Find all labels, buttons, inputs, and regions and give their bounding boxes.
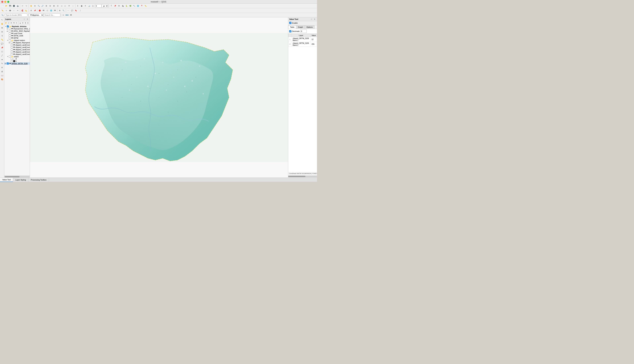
layer-check-clipped-rep[interactable] [11, 42, 13, 44]
layer-item-reprojected[interactable]: ▶ 🗺 Reprojected_HRSL_BGD_Rajshahi_Popula… [4, 28, 30, 30]
label-button[interactable]: A [29, 9, 33, 12]
pin-tool[interactable]: 📌 [0, 46, 4, 50]
layer-item-rajshahi[interactable]: ▼ 📁 Rajshahi_division [4, 25, 30, 28]
plugin1-button[interactable]: 🔴 [38, 9, 42, 12]
zoom-layer-button[interactable]: ⊠ [52, 4, 56, 8]
polygon-tool[interactable]: ⬡ [0, 50, 4, 54]
bottom-tab-layer-styling[interactable]: Layer Styling [13, 178, 29, 182]
move-up-button[interactable]: ▲ [19, 22, 21, 24]
print-tool[interactable]: 🖨 [0, 70, 4, 73]
pin2-button[interactable]: 📌 [33, 9, 37, 12]
vt-expand-button[interactable]: □ [310, 18, 313, 20]
search-input[interactable] [44, 14, 60, 17]
remove-layer-button[interactable]: ✕ [15, 22, 18, 24]
label-tool[interactable]: A [0, 66, 4, 69]
settings-button[interactable]: ⚙ [117, 4, 121, 8]
zoom-full-button[interactable]: ⊞ [45, 4, 48, 8]
annotation-button[interactable]: 💬 [70, 9, 74, 12]
move-down-button[interactable]: ▼ [22, 22, 24, 24]
layer-item-lc-2018[interactable]: 🗺 clipped_LandCover_2018_3106 [4, 46, 30, 48]
digitize-button[interactable]: ✏️ [1, 9, 4, 12]
identify-button[interactable]: ℹ [76, 4, 80, 8]
crs-selector[interactable]: Philippines [29, 14, 44, 17]
vt-tab-options[interactable]: Options [305, 26, 315, 29]
layers-close-button[interactable]: ✕ [26, 18, 29, 20]
qgis2-button[interactable]: 🗺 [69, 13, 73, 17]
move-top-button[interactable]: ⬆ [24, 22, 27, 24]
pan-tool[interactable]: ✋ [0, 22, 4, 26]
zoom-out-tool[interactable]: ⊖ [0, 30, 4, 34]
layer-check-reprojected[interactable] [9, 28, 11, 30]
maximize-button[interactable] [7, 1, 9, 3]
layer-check-output[interactable] [9, 56, 11, 58]
measure-tool[interactable]: 📏 [0, 38, 4, 42]
filter-layer-button[interactable]: ⚗ [13, 22, 15, 24]
new-project-button[interactable]: 📄 [1, 4, 4, 8]
undo-button[interactable]: ↩ [21, 4, 24, 8]
layer-item-output-group[interactable]: ▼ 📁 output [4, 56, 30, 58]
vt-scrollbar[interactable] [288, 176, 317, 178]
vt-tab-graph[interactable]: Graph [296, 26, 305, 29]
locate-search-button[interactable]: 🔍 [1, 13, 4, 17]
layers-scrollthumb[interactable] [5, 176, 20, 177]
vt-decimals-checkbox[interactable] [289, 30, 291, 32]
qgis2web-button[interactable]: 🌐 [49, 9, 53, 12]
point-tool[interactable]: ● [0, 58, 4, 61]
move-feature-button[interactable]: ↕ [12, 9, 16, 12]
zoom-next-button[interactable]: ▷ [64, 4, 67, 8]
layer-check-srtm[interactable] [9, 37, 11, 39]
toolbar-unit-select[interactable]: px [102, 4, 108, 8]
vt-enable-checkbox[interactable] [289, 22, 291, 24]
layer-item-output-0[interactable]: 0 [4, 58, 30, 60]
edit-node-button[interactable]: ⊹ [5, 9, 8, 12]
processing-button[interactable]: ⚙ [58, 9, 62, 12]
minimize-button[interactable] [4, 1, 6, 3]
save-project-as-button[interactable]: 🗄️ [12, 4, 16, 8]
coords-button[interactable]: 📍 [140, 4, 144, 8]
extras-button[interactable]: ⋯ [67, 9, 70, 12]
locate-input[interactable] [5, 14, 28, 17]
layer-item-clipped-group[interactable]: ▼ 📁 clipped rasters [4, 39, 30, 42]
pan-sync-button[interactable]: ↔ [71, 4, 75, 8]
text-annotation-button[interactable]: T [110, 4, 113, 8]
processing2-button[interactable]: 🔧 [62, 9, 65, 12]
layer-check-lc2016[interactable] [11, 51, 13, 53]
open-layer-button[interactable]: 📂 [5, 22, 7, 24]
split-button[interactable]: ✂ [16, 9, 20, 12]
deselect-button[interactable]: ✕ [84, 4, 87, 8]
layer-item-landcover[interactable]: 🗺 Land Cover [4, 32, 30, 34]
layer-item-srtm[interactable]: 🗺 SRTM [4, 37, 30, 39]
layer-item-lc-2015[interactable]: 🗺 clipped_LandCover_2015_3106 [4, 53, 30, 56]
bottom-tab-processing-toolbox[interactable]: Processing Toolbox [29, 178, 49, 182]
select-feature-button[interactable]: ▣ [80, 4, 83, 8]
quickmapservices-button[interactable]: 🗺 [53, 9, 57, 12]
layer-item-lc-2017[interactable]: 🗺 clipped_LandCover_2017_3106 [4, 48, 30, 51]
saga-button[interactable]: 🔧 [132, 4, 136, 8]
zoom-selection-button[interactable]: ⊟ [48, 4, 52, 8]
zoom-native-button[interactable]: ⊡ [56, 4, 60, 8]
layer-check-srtm3106[interactable] [9, 35, 11, 37]
redo-button[interactable]: ↪ [25, 4, 28, 8]
move-bottom-button[interactable]: ⬇ [27, 22, 29, 24]
layer-check-landcover[interactable] [9, 32, 11, 34]
snap-button[interactable]: 🧲 [21, 9, 24, 12]
layer-check-clipped-srtm[interactable] [7, 62, 9, 64]
add-feature-button[interactable]: ➕ [8, 9, 12, 12]
layer-item-hrsl[interactable]: ▶ 🗺 HRSL_BGD_Rajshahi_Population [4, 30, 30, 32]
edc-button[interactable]: EDC [65, 13, 69, 17]
vt-tab-table[interactable]: Table [288, 26, 296, 29]
layer-item-srtm3106[interactable]: 🗺 SRTM_3106 [4, 34, 30, 37]
atlas-tool[interactable]: 📖 [0, 74, 4, 77]
toolbar-value-input[interactable] [95, 4, 102, 8]
pin-button[interactable]: 📌 [113, 4, 117, 8]
layer-check-clipped-group[interactable] [9, 39, 11, 41]
vt-scrollthumb[interactable] [288, 176, 305, 177]
layer-check-lc2017[interactable] [11, 48, 13, 50]
zoom-in-tool[interactable]: ⊕ [0, 26, 4, 30]
bookmark-button[interactable]: 🔖 [74, 9, 78, 12]
grass-button[interactable]: 🌿 [129, 4, 132, 8]
statistics-button[interactable]: ∑ [91, 4, 95, 8]
layer-check-hrsl[interactable] [9, 30, 11, 32]
line-tool[interactable]: ╱ [0, 54, 4, 57]
layer-check-lc2018[interactable] [11, 46, 13, 48]
